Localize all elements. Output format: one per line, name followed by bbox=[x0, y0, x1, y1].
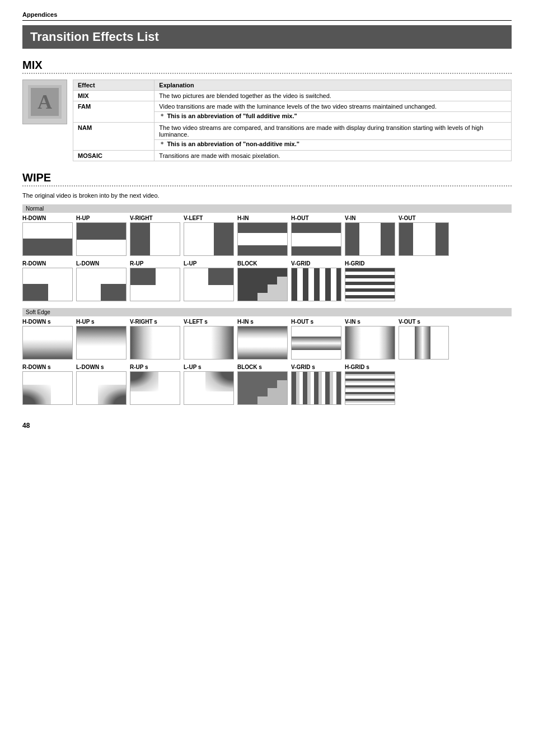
wipe-item-rdown-s: R-DOWN s bbox=[22, 364, 73, 405]
wipe-label-hin: H-IN bbox=[237, 215, 249, 221]
mix-section: MIX A Effect Explanation MIX The two pi bbox=[22, 59, 512, 161]
mix-dotted-divider bbox=[22, 73, 512, 74]
wipe-item-vin: V-IN bbox=[345, 215, 395, 256]
table-row: MOSAIC Transitions are made with mosaic … bbox=[73, 151, 512, 161]
wipe-img-vgrid-s bbox=[291, 371, 341, 405]
wipe-item-block-s: BLOCK s bbox=[237, 364, 288, 405]
wipe-img-hin bbox=[237, 222, 288, 256]
wipe-item-hup-s: H-UP s bbox=[76, 319, 127, 360]
wipe-normal-row1: H-DOWN H-UP V-RIGHT V-LEFT H-IN H-OUT bbox=[22, 215, 512, 256]
wipe-item-vleft: V-LEFT bbox=[184, 215, 234, 256]
wipe-label-vgrid: V-GRID bbox=[291, 260, 310, 267]
wipe-softedge-row2: R-DOWN s L-DOWN s R-UP s L-UP s BLOCK s bbox=[22, 364, 512, 405]
wipe-item-rdown: R-DOWN bbox=[22, 260, 73, 301]
wipe-img-lup-s bbox=[184, 371, 234, 405]
asterisk-icon: ＊ bbox=[159, 141, 165, 147]
wipe-label-hup-s: H-UP s bbox=[76, 319, 95, 325]
wipe-img-rup bbox=[130, 268, 180, 301]
wipe-description: The original video is broken into by the… bbox=[22, 192, 512, 199]
wipe-normal-row2: R-DOWN L-DOWN R-UP L-UP BLOCK bbox=[22, 260, 512, 301]
wipe-label-lup: L-UP bbox=[184, 260, 196, 267]
wipe-img-hup bbox=[76, 222, 127, 256]
asterisk-icon: ＊ bbox=[159, 113, 165, 119]
effect-mix: MIX bbox=[73, 91, 154, 101]
wipe-item-vright: V-RIGHT bbox=[130, 215, 180, 256]
block-s-grid bbox=[238, 372, 287, 404]
wipe-item-vright-s: V-RIGHT s bbox=[130, 319, 180, 360]
wipe-label-lup-s: L-UP s bbox=[184, 364, 202, 370]
wipe-label-vright-s: V-RIGHT s bbox=[130, 319, 157, 325]
wipe-img-hup-s bbox=[76, 326, 127, 360]
svg-text:A: A bbox=[38, 91, 52, 113]
wipe-item-hgrid: H-GRID bbox=[345, 260, 395, 301]
wipe-item-lup: L-UP bbox=[184, 260, 234, 301]
wipe-label-hout: H-OUT bbox=[291, 215, 309, 221]
wipe-dotted-divider bbox=[22, 185, 512, 186]
wipe-img-vgrid bbox=[291, 268, 341, 301]
explanation-nam: The two video streams are compared, and … bbox=[154, 123, 512, 140]
wipe-normal-label: Normal bbox=[22, 204, 512, 213]
note-nam: ＊ This is an abbreviation of "non-additi… bbox=[154, 140, 512, 151]
wipe-label-rdown: R-DOWN bbox=[22, 260, 46, 267]
wipe-item-vin-s: V-IN s bbox=[345, 319, 395, 360]
wipe-item-ldown-s: L-DOWN s bbox=[76, 364, 127, 405]
wipe-label-rup-s: R-UP s bbox=[130, 364, 148, 370]
wipe-label-vleft-s: V-LEFT s bbox=[184, 319, 208, 325]
wipe-img-hout bbox=[291, 222, 341, 256]
wipe-heading: WIPE bbox=[22, 171, 512, 184]
wipe-item-hgrid-s: H-GRID s bbox=[345, 364, 395, 405]
wipe-label-hgrid-s: H-GRID s bbox=[345, 364, 369, 370]
wipe-label-hdown: H-DOWN bbox=[22, 215, 46, 221]
wipe-label-vright: V-RIGHT bbox=[130, 215, 153, 221]
wipe-label-rup: R-UP bbox=[130, 260, 143, 267]
wipe-item-lup-s: L-UP s bbox=[184, 364, 234, 405]
wipe-label-rdown-s: R-DOWN s bbox=[22, 364, 51, 370]
page-number: 48 bbox=[22, 422, 512, 430]
wipe-item-hdown-s: H-DOWN s bbox=[22, 319, 73, 360]
block-grid bbox=[238, 268, 287, 301]
wipe-img-ldown-s bbox=[76, 371, 127, 405]
wipe-img-rup-s bbox=[130, 371, 180, 405]
wipe-label-hout-s: H-OUT s bbox=[291, 319, 313, 325]
table-row: MIX The two pictures are blended togethe… bbox=[73, 91, 512, 101]
wipe-item-hout: H-OUT bbox=[291, 215, 341, 256]
wipe-item-hin-s: H-IN s bbox=[237, 319, 288, 360]
wipe-label-vout: V-OUT bbox=[399, 215, 416, 221]
wipe-item-block: BLOCK bbox=[237, 260, 288, 301]
wipe-section: WIPE The original video is broken into b… bbox=[22, 171, 512, 405]
wipe-normal-section: Normal H-DOWN H-UP V-RIGHT V-LEFT H-IN bbox=[22, 204, 512, 301]
wipe-item-vgrid-s: V-GRID s bbox=[291, 364, 341, 405]
mix-image-box: A bbox=[22, 80, 67, 124]
wipe-label-block-s: BLOCK s bbox=[237, 364, 262, 370]
wipe-img-ldown bbox=[76, 268, 127, 301]
wipe-img-vright-s bbox=[130, 326, 180, 360]
wipe-img-block-s bbox=[237, 371, 288, 405]
mix-table-header-explanation: Explanation bbox=[154, 80, 512, 91]
explanation-mosaic: Transitions are made with mosaic pixelat… bbox=[154, 151, 512, 161]
wipe-img-vout bbox=[399, 222, 449, 256]
effect-fam: FAM bbox=[73, 101, 154, 123]
wipe-softedge-label: Soft Edge bbox=[22, 308, 512, 316]
table-row: FAM Video transitions are made with the … bbox=[73, 101, 512, 112]
wipe-img-hgrid bbox=[345, 268, 395, 301]
table-row: NAM The two video streams are compared, … bbox=[73, 123, 512, 140]
wipe-item-ldown: L-DOWN bbox=[76, 260, 127, 301]
wipe-img-vleft-s bbox=[184, 326, 234, 360]
wipe-img-vleft bbox=[184, 222, 234, 256]
wipe-label-vleft: V-LEFT bbox=[184, 215, 203, 221]
mix-container: A Effect Explanation MIX The two picture… bbox=[22, 80, 512, 161]
wipe-label-ldown: L-DOWN bbox=[76, 260, 99, 267]
wipe-item-vout: V-OUT bbox=[399, 215, 449, 256]
wipe-label-hin-s: H-IN s bbox=[237, 319, 254, 325]
mix-table: Effect Explanation MIX The two pictures … bbox=[73, 80, 512, 161]
wipe-img-hgrid-s bbox=[345, 371, 395, 405]
wipe-label-vin-s: V-IN s bbox=[345, 319, 360, 325]
explanation-mix: The two pictures are blended together as… bbox=[154, 91, 512, 101]
wipe-label-hdown-s: H-DOWN s bbox=[22, 319, 51, 325]
wipe-img-lup bbox=[184, 268, 234, 301]
wipe-img-hdown bbox=[22, 222, 73, 256]
appendices-title: Appendices bbox=[22, 11, 512, 18]
section-banner: Transition Effects List bbox=[22, 25, 512, 49]
wipe-label-vgrid-s: V-GRID s bbox=[291, 364, 315, 370]
wipe-img-hout-s bbox=[291, 326, 341, 360]
